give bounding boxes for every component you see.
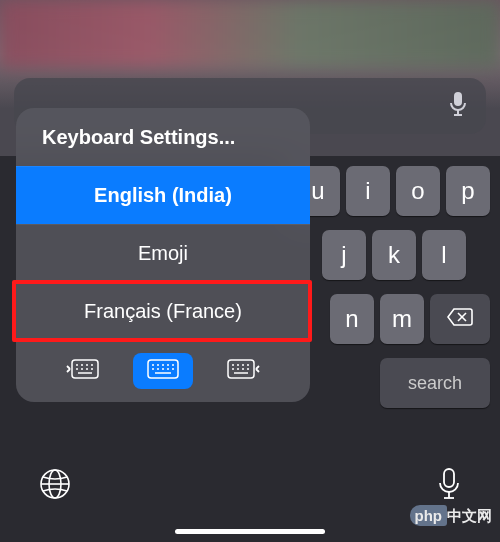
watermark-left: php [410,505,448,526]
mic-icon[interactable] [448,90,468,122]
key-l[interactable]: l [422,230,466,280]
backspace-key[interactable] [430,294,490,344]
key-k[interactable]: k [372,230,416,280]
language-item-english[interactable]: English (India) [16,166,310,224]
keyboard-mode-row [16,340,310,402]
background-blur [0,0,500,68]
home-indicator[interactable] [175,529,325,534]
svg-rect-33 [228,360,254,378]
language-picker-popup: Keyboard Settings... English (India) Emo… [16,108,310,402]
svg-rect-0 [454,92,462,106]
svg-rect-8 [444,469,454,487]
key-n[interactable]: n [330,294,374,344]
search-key[interactable]: search [380,358,490,408]
globe-icon[interactable] [38,467,72,505]
keyboard-mode-right[interactable] [213,353,273,389]
key-m[interactable]: m [380,294,424,344]
language-item-francais[interactable]: Français (France) [16,282,310,340]
backspace-icon [446,305,474,333]
key-o[interactable]: o [396,166,440,216]
watermark-right: 中文网 [447,507,492,524]
watermark: php中文网 [410,507,493,526]
keyboard-full-icon [146,358,180,384]
keyboard-dock-right-icon [226,358,260,384]
key-j[interactable]: j [322,230,366,280]
keyboard-dock-left-icon [66,358,100,384]
language-item-emoji[interactable]: Emoji [16,224,310,282]
keyboard-mode-center[interactable] [133,353,193,389]
key-p[interactable]: p [446,166,490,216]
dictate-icon[interactable] [436,466,462,506]
key-i[interactable]: i [346,166,390,216]
svg-rect-11 [72,360,98,378]
keyboard-settings-item[interactable]: Keyboard Settings... [16,108,310,166]
keyboard-mode-left[interactable] [53,353,113,389]
